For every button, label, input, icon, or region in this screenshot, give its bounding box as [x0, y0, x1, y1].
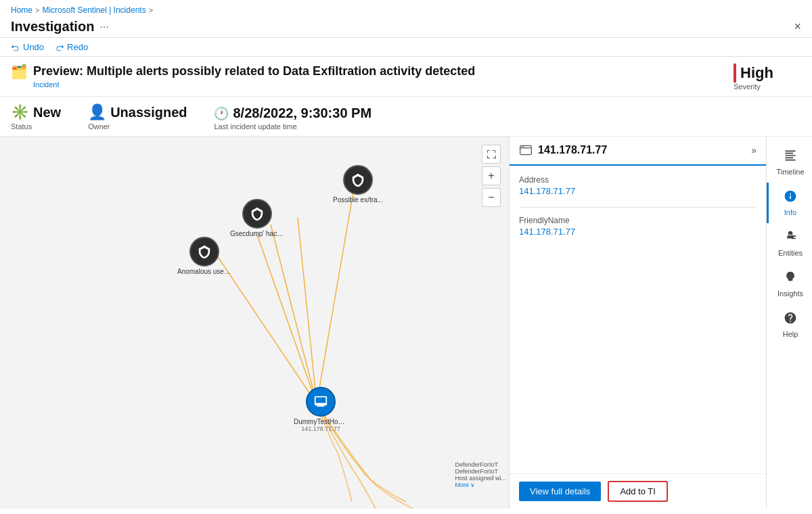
svg-point-8 — [523, 146, 524, 147]
address-label: Address — [519, 175, 757, 185]
time-label: Last incident update time — [214, 122, 371, 131]
label-defenderiot2: DefenderForIoT — [455, 468, 506, 475]
sidebar-entities-label: Entities — [778, 249, 803, 257]
graph-controls: + − — [482, 145, 501, 207]
sidebar-help-label: Help — [783, 330, 798, 338]
detail-header: 141.178.71.77 » — [510, 137, 766, 164]
breadcrumb-sep2: > — [149, 6, 153, 14]
address-field: Address 141.178.71.77 — [519, 175, 757, 196]
toolbar: Undo Redo — [0, 38, 812, 57]
svg-rect-10 — [792, 238, 796, 239]
svg-line-0 — [217, 255, 317, 404]
node-gsecdump[interactable]: Gsecdump' hackto... — [230, 199, 284, 237]
sidebar-item-info[interactable]: Info — [767, 183, 812, 223]
status-label: Status — [11, 122, 61, 131]
top-bar: Home > Microsoft Sentinel | Incidents > … — [0, 0, 812, 38]
owner-block: 👤 Unassigned Owner — [88, 103, 187, 131]
status-value: ✳️ New — [11, 103, 61, 121]
status-block: ✳️ New Status — [11, 103, 61, 131]
friendlyname-value: 141.178.71.77 — [519, 227, 757, 237]
incident-icon: 🗂️ — [11, 64, 28, 80]
node-gsecdump-label: Gsecdump' hackto... — [230, 230, 284, 237]
redo-button[interactable]: Redo — [55, 42, 88, 52]
breadcrumb-sep1: > — [35, 6, 39, 14]
node-dummyhost-ip: 141.178.71.77 — [301, 425, 340, 432]
node-anomalous[interactable]: Anomalous user ac... — [177, 237, 231, 275]
detail-footer: View full details Add to TI — [510, 473, 766, 509]
node-dummyhost-label: DummyTestHost-980... — [294, 418, 348, 425]
node-anomalous-label: Anomalous user ac... — [177, 268, 231, 275]
detail-panel: 141.178.71.77 » Address 141.178.71.77 Fr… — [509, 137, 766, 509]
sidebar-info-label: Info — [784, 208, 796, 216]
detail-content: Address 141.178.71.77 FriendlyName 141.1… — [510, 166, 766, 473]
zoom-in-button[interactable]: + — [482, 166, 501, 185]
sidebar-item-entities[interactable]: Entities — [767, 223, 812, 264]
zoom-out-button[interactable]: − — [482, 188, 501, 207]
redo-icon — [55, 43, 64, 52]
graph-area: Gsecdump' hackto... Possible ex/tra... A… — [0, 137, 509, 509]
time-value: 🕐 8/28/2022, 9:30:30 PM — [214, 106, 371, 121]
more-label[interactable]: More ∨ — [455, 482, 506, 488]
sidebar-timeline-label: Timeline — [776, 168, 804, 176]
breadcrumb-sentinel[interactable]: Microsoft Sentinel | Incidents — [42, 5, 145, 15]
svg-line-4 — [298, 218, 317, 404]
timeline-icon — [784, 149, 797, 166]
status-icon: ✳️ — [11, 103, 29, 121]
severity-text: High — [740, 64, 773, 82]
detail-divider — [519, 207, 757, 208]
owner-value: 👤 Unassigned — [88, 103, 187, 121]
undo-button[interactable]: Undo — [11, 42, 44, 52]
node-possible-exfil[interactable]: Possible ex/tra... — [333, 165, 383, 204]
sidebar-item-help[interactable]: Help — [767, 304, 812, 345]
breadcrumb-home[interactable]: Home — [11, 5, 32, 15]
sidebar-item-timeline[interactable]: Timeline — [767, 142, 812, 183]
insights-icon — [784, 271, 797, 287]
main-area: Gsecdump' hackto... Possible ex/tra... A… — [0, 137, 812, 509]
severity-label: Severity — [734, 83, 761, 91]
owner-icon: 👤 — [88, 103, 106, 121]
node-dummyhost[interactable]: DummyTestHost-980... 141.178.71.77 — [294, 387, 348, 432]
close-button[interactable]: × — [794, 20, 801, 34]
detail-ip-text: 141.178.71.77 — [538, 144, 607, 156]
address-value: 141.178.71.77 — [519, 186, 757, 196]
fit-screen-button[interactable] — [482, 145, 501, 164]
node-possible-exfil-label: Possible ex/tra... — [333, 196, 383, 204]
ip-icon — [519, 143, 533, 157]
incident-title-row: 🗂️ Preview: Multiple alerts possibly rel… — [11, 64, 801, 91]
graph-svg — [0, 137, 509, 509]
bottom-labels: DefenderForIoT DefenderForIoT Host assig… — [455, 461, 506, 488]
time-icon: 🕐 — [214, 106, 229, 121]
status-row: ✳️ New Status 👤 Unassigned Owner 🕐 8/28/… — [0, 97, 812, 137]
entities-icon — [784, 230, 797, 247]
breadcrumb: Home > Microsoft Sentinel | Incidents > — [11, 5, 801, 15]
undo-icon — [11, 43, 20, 52]
title-row: Investigation ··· × — [11, 19, 801, 34]
svg-line-3 — [257, 235, 317, 404]
severity-block: High Severity — [734, 64, 801, 91]
incident-type: Incident — [33, 80, 475, 89]
owner-label: Owner — [88, 122, 187, 131]
svg-rect-9 — [792, 235, 796, 237]
svg-point-7 — [521, 146, 522, 147]
more-options-icon[interactable]: ··· — [99, 21, 108, 33]
friendlyname-field: FriendlyName 141.178.71.77 — [519, 216, 757, 237]
view-full-details-button[interactable]: View full details — [519, 482, 601, 501]
label-defenderiot1: DefenderForIoT — [455, 461, 506, 468]
sidebar-insights-label: Insights — [777, 289, 803, 298]
friendlyname-label: FriendlyName — [519, 216, 757, 225]
severity-bar — [734, 64, 736, 83]
sidebar-item-insights[interactable]: Insights — [767, 264, 812, 304]
time-block: 🕐 8/28/2022, 9:30:30 PM Last incident up… — [214, 106, 371, 131]
help-icon — [784, 311, 797, 328]
sidebar: Timeline Info Entities Insights Help — [766, 137, 812, 509]
info-icon — [784, 189, 797, 206]
incident-title: Preview: Multiple alerts possibly relate… — [33, 64, 475, 79]
add-to-ti-button[interactable]: Add to TI — [608, 481, 668, 502]
page-title: Investigation — [11, 19, 94, 34]
svg-line-2 — [317, 192, 353, 404]
incident-header: 🗂️ Preview: Multiple alerts possibly rel… — [0, 57, 812, 97]
detail-ip: 141.178.71.77 — [519, 143, 607, 157]
label-host-assigned: Host assigned wi... — [455, 475, 506, 482]
svg-line-1 — [271, 225, 317, 404]
detail-collapse-button[interactable]: » — [751, 145, 757, 156]
